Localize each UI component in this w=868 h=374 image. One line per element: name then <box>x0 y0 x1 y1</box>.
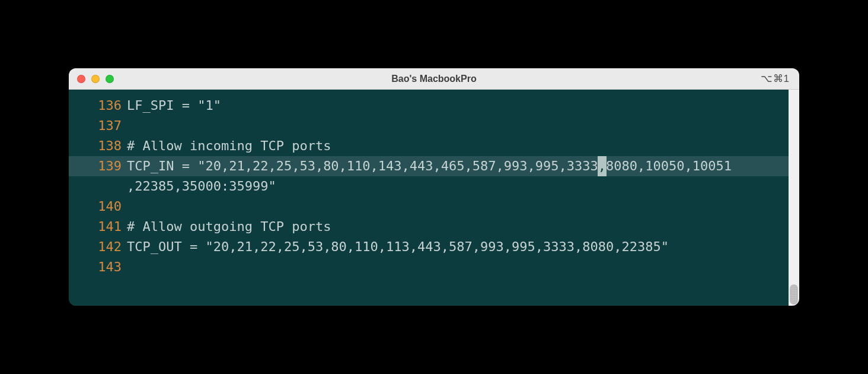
code-segment: TCP_IN = "20,21,22,25,53,80,110,143,443,… <box>127 159 598 173</box>
code-line: 138 # Allow incoming TCP ports <box>69 136 799 156</box>
window-title: Bao's MacbookPro <box>69 74 799 84</box>
scrollbar-track[interactable] <box>789 90 799 306</box>
line-number: 138 <box>69 136 127 156</box>
scrollbar-thumb[interactable] <box>790 284 798 305</box>
code-line-wrap: ,22385,35000:35999" <box>69 176 799 196</box>
code-content: # Allow outgoing TCP ports <box>127 217 799 237</box>
close-button[interactable] <box>77 75 85 83</box>
code-line: 140 <box>69 196 799 217</box>
terminal-window: Bao's MacbookPro ⌥⌘1 136 LF_SPI = "1" 13… <box>69 68 799 306</box>
line-number: 141 <box>69 217 127 237</box>
code-content: # Allow incoming TCP ports <box>127 136 799 156</box>
code-line: 137 <box>69 116 799 136</box>
code-line: 141 # Allow outgoing TCP ports <box>69 217 799 237</box>
code-segment: 8080,10050,10051 <box>606 159 732 173</box>
line-number <box>69 176 127 196</box>
line-number: 139 <box>69 156 127 176</box>
code-line: 136 LF_SPI = "1" <box>69 96 799 116</box>
line-number: 140 <box>69 196 127 217</box>
code-content: TCP_IN = "20,21,22,25,53,80,110,143,443,… <box>127 156 799 176</box>
code-line: 142 TCP_OUT = "20,21,22,25,53,80,110,113… <box>69 237 799 257</box>
code-content: TCP_OUT = "20,21,22,25,53,80,110,113,443… <box>127 237 799 257</box>
titlebar: Bao's MacbookPro ⌥⌘1 <box>69 68 799 90</box>
editor-area[interactable]: 136 LF_SPI = "1" 137 138 # Allow incomin… <box>69 90 799 306</box>
line-number: 137 <box>69 116 127 136</box>
minimize-button[interactable] <box>91 75 100 83</box>
shortcut-hint: ⌥⌘1 <box>761 72 799 85</box>
line-number: 143 <box>69 257 127 277</box>
traffic-lights <box>69 75 114 83</box>
code-line: 143 <box>69 257 799 277</box>
cursor: , <box>598 156 607 176</box>
line-number: 136 <box>69 96 127 116</box>
maximize-button[interactable] <box>106 75 114 83</box>
line-number: 142 <box>69 237 127 257</box>
code-content: ,22385,35000:35999" <box>127 176 799 196</box>
code-line-highlighted: 139 TCP_IN = "20,21,22,25,53,80,110,143,… <box>69 156 799 176</box>
code-content: LF_SPI = "1" <box>127 96 799 116</box>
